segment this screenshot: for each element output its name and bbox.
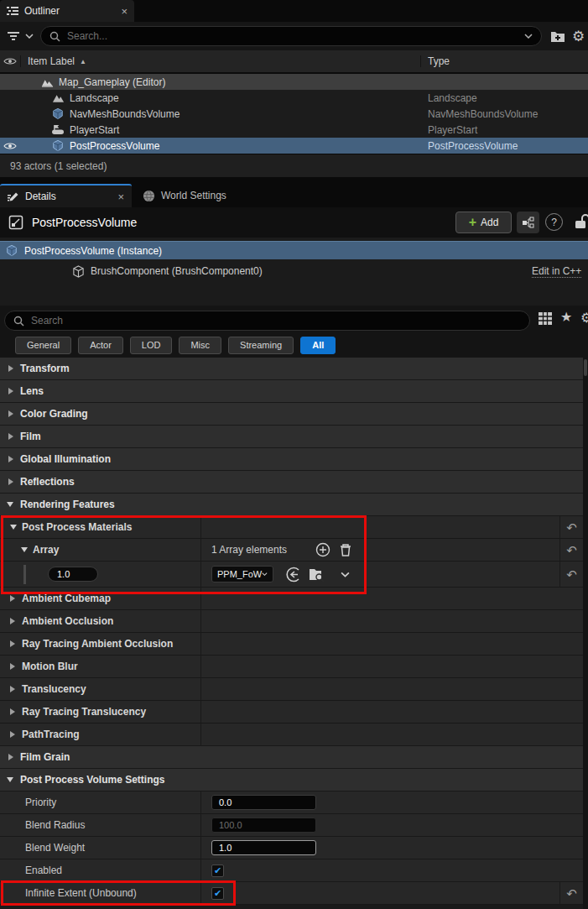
filter-chevron-down-icon[interactable] <box>25 34 34 39</box>
category-lens[interactable]: Lens <box>0 380 583 403</box>
tab-world-settings[interactable]: World Settings <box>134 184 235 207</box>
details-settings-gear-icon[interactable]: ⚙ <box>580 310 588 326</box>
details-pencil-icon <box>8 191 19 202</box>
filter-chip-general[interactable]: General <box>15 337 71 354</box>
column-header-type[interactable]: Type <box>421 55 450 67</box>
outliner-row-navmesh[interactable]: NavMeshBoundsVolume NavMeshBoundsVolume <box>0 106 588 122</box>
filter-chip-all[interactable]: All <box>300 337 336 354</box>
use-selected-asset-icon[interactable] <box>286 567 302 582</box>
outliner-row-map[interactable]: Map_Gameplay (Editor) <box>0 74 588 90</box>
new-folder-icon[interactable] <box>550 30 565 43</box>
filter-chip-lod[interactable]: LOD <box>130 337 173 354</box>
row-type: PlayerStart <box>428 124 477 136</box>
collapsed-arrow-icon[interactable] <box>8 456 13 462</box>
enabled-checkbox[interactable]: ✔ <box>211 865 224 877</box>
collapsed-arrow-icon[interactable] <box>8 388 13 394</box>
subcategory-pathtracing[interactable]: PathTracing <box>0 724 583 746</box>
favorites-star-icon[interactable]: ★ <box>560 309 572 325</box>
collapsed-arrow-icon[interactable] <box>8 478 13 485</box>
expanded-arrow-icon[interactable] <box>7 777 13 782</box>
collapsed-arrow-icon[interactable] <box>10 708 15 715</box>
tab-outliner-close-icon[interactable]: × <box>121 5 127 18</box>
subcategory-ambient-cubemap[interactable]: Ambient Cubemap <box>0 588 583 610</box>
outliner-row-playerstart[interactable]: PlayerStart PlayerStart <box>0 122 588 138</box>
details-scrollbar-thumb[interactable] <box>584 359 587 376</box>
search-chevron-down-icon[interactable] <box>524 34 533 39</box>
priority-input[interactable]: 0.0 <box>211 795 316 810</box>
expanded-arrow-icon[interactable] <box>10 525 17 530</box>
filter-chip-misc[interactable]: Misc <box>179 337 221 354</box>
expanded-arrow-icon[interactable] <box>21 547 28 552</box>
filter-chip-actor[interactable]: Actor <box>78 337 123 354</box>
checkmark-icon: ✔ <box>214 865 221 876</box>
category-global-illumination[interactable]: Global Illumination <box>0 448 583 471</box>
reset-to-default-icon[interactable]: ↶ <box>566 521 577 534</box>
collapsed-arrow-icon[interactable] <box>10 618 15 624</box>
filter-chip-streaming[interactable]: Streaming <box>228 337 294 354</box>
outliner-settings-gear-icon[interactable]: ⚙ <box>572 28 585 45</box>
display-options-grid-icon[interactable] <box>539 312 552 325</box>
category-post-process-volume-settings[interactable]: Post Process Volume Settings <box>0 769 583 791</box>
element-options-chevron-icon[interactable] <box>341 572 350 577</box>
edit-in-cpp-link[interactable]: Edit in C++ <box>532 265 581 278</box>
collapsed-arrow-icon[interactable] <box>10 595 15 602</box>
component-row-brush[interactable]: BrushComponent (BrushComponent0) Edit in… <box>0 262 588 280</box>
category-film-grain[interactable]: Film Grain <box>0 746 583 769</box>
collapsed-arrow-icon[interactable] <box>8 433 13 440</box>
tab-details-close-icon[interactable]: × <box>117 191 124 203</box>
collapsed-arrow-icon[interactable] <box>8 410 13 417</box>
tab-details[interactable]: Details × <box>0 184 132 207</box>
subcategory-ray-tracing-ambient-occlusion[interactable]: Ray Tracing Ambient Occlusion <box>0 633 583 656</box>
panel-divider <box>0 177 588 184</box>
subcategory-ray-tracing-translucency[interactable]: Ray Tracing Translucency <box>0 701 583 724</box>
details-search-input[interactable]: Search <box>4 311 530 331</box>
sort-ascending-icon: ▲ <box>80 58 86 65</box>
collapsed-arrow-icon[interactable] <box>10 686 15 692</box>
filter-icon[interactable] <box>8 31 21 41</box>
blend-radius-input[interactable]: 100.0 <box>211 818 316 833</box>
row-material-element-0[interactable]: 1.0 PPM_FoW ↶ <box>0 562 583 588</box>
category-reflections[interactable]: Reflections <box>0 471 583 494</box>
category-color-grading[interactable]: Color Grading <box>0 403 583 426</box>
add-component-button[interactable]: + Add <box>455 212 512 233</box>
reset-to-default-icon[interactable]: ↶ <box>566 887 577 900</box>
collapsed-arrow-icon[interactable] <box>10 663 15 670</box>
material-asset-dropdown[interactable]: PPM_FoW <box>211 566 273 582</box>
category-rendering-features[interactable]: Rendering Features <box>0 494 583 516</box>
blend-weight-input[interactable]: 1.0 <box>211 840 316 855</box>
row-materials-array[interactable]: Array 1 Array elements ↶ <box>0 539 583 562</box>
details-scrollbar-track[interactable] <box>583 358 588 909</box>
browse-to-asset-icon[interactable] <box>309 567 325 582</box>
reset-to-default-icon[interactable]: ↶ <box>566 544 577 556</box>
infinite-extent-checkbox[interactable]: ✔ <box>211 887 224 900</box>
element-drag-handle[interactable] <box>23 565 26 584</box>
outliner-search-input[interactable]: Search... <box>40 26 542 46</box>
subcategory-post-process-materials[interactable]: Post Process Materials ↶ <box>0 516 583 539</box>
collapsed-arrow-icon[interactable] <box>10 731 15 738</box>
visibility-column-eye-icon[interactable] <box>0 57 20 65</box>
unlocked-lock-icon[interactable] <box>574 214 588 229</box>
material-weight-input[interactable]: 1.0 <box>48 567 98 582</box>
collapsed-arrow-icon[interactable] <box>10 640 15 647</box>
help-button[interactable]: ? <box>545 213 563 231</box>
collapsed-arrow-icon[interactable] <box>8 754 13 760</box>
add-element-plus-circle-icon[interactable] <box>315 542 330 557</box>
column-header-item-label[interactable]: Item Label ▲ <box>20 55 421 67</box>
category-film[interactable]: Film <box>0 426 583 448</box>
tab-outliner[interactable]: Outliner × <box>0 0 134 22</box>
outliner-row-postprocessvolume[interactable]: PostProcessVolume PostProcessVolume <box>0 138 588 154</box>
subcategory-motion-blur[interactable]: Motion Blur <box>0 656 583 678</box>
unreal-editor-panels: Outliner × Search... ⚙ Item La <box>0 0 588 909</box>
reset-to-default-icon[interactable]: ↶ <box>566 568 577 581</box>
clear-array-trash-icon[interactable] <box>339 542 352 557</box>
category-transform[interactable]: Transform <box>0 358 583 380</box>
details-filter-chips: General Actor LOD Misc Streaming All <box>0 332 588 358</box>
collapsed-arrow-icon[interactable] <box>8 365 13 372</box>
component-row-instance[interactable]: PostProcessVolume (Instance) <box>0 241 588 259</box>
outliner-row-landscape[interactable]: Landscape Landscape <box>0 90 588 106</box>
expanded-arrow-icon[interactable] <box>7 502 13 507</box>
subcategory-translucency[interactable]: Translucency <box>0 678 583 701</box>
subcategory-ambient-occlusion[interactable]: Ambient Occlusion <box>0 610 583 633</box>
eye-icon[interactable] <box>0 142 20 150</box>
blueprint-hierarchy-button[interactable] <box>517 212 539 233</box>
